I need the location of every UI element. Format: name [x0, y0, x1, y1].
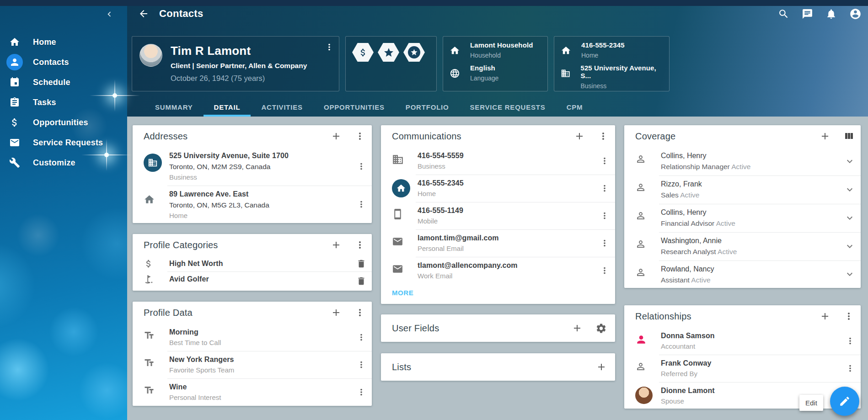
delete-category-button[interactable] — [356, 259, 366, 269]
tab-detail[interactable]: DETAIL — [204, 97, 251, 117]
communication-item[interactable]: 416-555-2345 Home — [381, 175, 615, 202]
profile-menu-button[interactable] — [324, 42, 334, 52]
language-row[interactable]: English Language — [450, 64, 541, 87]
delete-category-button[interactable] — [356, 276, 366, 286]
coverage-expand-button[interactable] — [844, 156, 855, 167]
communication-menu-button[interactable] — [600, 211, 610, 221]
card-title: Coverage — [635, 131, 820, 142]
tab-portfolio[interactable]: PORTFOLIO — [395, 97, 460, 117]
notifications-button[interactable] — [825, 8, 837, 20]
categories-menu-button[interactable] — [354, 239, 365, 250]
sidebar-item-tasks[interactable]: Tasks — [0, 92, 127, 112]
profile-data-item[interactable]: Wine Personal Interest — [133, 378, 372, 406]
add-user-field-button[interactable] — [572, 323, 583, 334]
sidebar-item-service-requests[interactable]: Service Requests — [0, 133, 127, 153]
coverage-item[interactable]: Collins, Henry Relationship Manager Acti… — [624, 147, 861, 175]
coverage-item[interactable]: Washington, Annie Research Analyst Activ… — [624, 232, 861, 261]
category-item[interactable]: Avid Golfer — [133, 271, 372, 291]
user-fields-settings-button[interactable] — [595, 323, 607, 334]
sidebar-item-contacts[interactable]: Contacts — [0, 52, 127, 72]
coverage-item[interactable]: Collins, Henry Financial Advisor Active — [624, 204, 861, 232]
chat-button[interactable] — [802, 8, 813, 20]
kebab-icon — [354, 239, 365, 250]
coverage-item[interactable]: Rizzo, Frank Sales Active — [624, 175, 861, 204]
relationship-name: Donna Samson — [661, 332, 839, 340]
profile-data-item[interactable]: Morning Best Time to Call — [133, 324, 372, 351]
relationship-menu-button[interactable] — [845, 336, 855, 346]
relationship-menu-button[interactable] — [845, 363, 855, 373]
add-address-button[interactable] — [331, 131, 342, 142]
relationship-item[interactable]: Donna Samson Accountant — [624, 327, 861, 355]
address-item[interactable]: 525 University Avenue, Suite 1700 Toront… — [133, 147, 372, 186]
coverage-expand-button[interactable] — [844, 184, 855, 195]
window-top-strip — [0, 0, 868, 6]
profile-data-menu-button[interactable] — [356, 387, 366, 397]
add-coverage-button[interactable] — [820, 131, 830, 142]
kebab-icon — [324, 42, 334, 52]
relationship-item[interactable]: Frank Conway Referred By — [624, 355, 861, 382]
edit-fab-button[interactable] — [830, 387, 859, 416]
add-relationship-button[interactable] — [820, 311, 830, 322]
person-outline-icon — [635, 154, 646, 165]
communication-item[interactable]: tlamont@allencompany.com Work Email — [381, 257, 615, 284]
address-line1: 89 Lawrence Ave. East — [169, 190, 350, 198]
add-category-button[interactable] — [331, 239, 342, 250]
address-menu-button[interactable] — [356, 161, 366, 171]
address-item[interactable]: 89 Lawrence Ave. East Toronto, ON, M5G 2… — [133, 186, 372, 223]
sidebar-item-home[interactable]: Home — [0, 32, 127, 52]
communications-menu-button[interactable] — [598, 131, 609, 142]
coverage-view-column-button[interactable] — [843, 131, 854, 142]
profile-data-item[interactable]: New York Rangers Favorite Sports Team — [133, 351, 372, 378]
back-button[interactable] — [138, 8, 149, 19]
globe-icon — [450, 68, 460, 79]
communication-menu-button[interactable] — [600, 266, 610, 276]
sidebar-collapse-button[interactable] — [104, 9, 114, 19]
coverage-expand-button[interactable] — [844, 213, 855, 223]
phone-row[interactable]: 416-555-2345 Home — [561, 41, 663, 64]
add-profile-data-button[interactable] — [331, 307, 342, 318]
tab-activities[interactable]: ACTIVITIES — [251, 97, 313, 117]
relationship-item[interactable]: Dionne Lamont Spouse — [624, 382, 861, 409]
text-fields-icon — [144, 385, 155, 396]
relationships-menu-button[interactable] — [843, 311, 854, 322]
sidebar-item-schedule[interactable]: Schedule — [0, 72, 127, 92]
household-row[interactable]: Lamont Household Household — [450, 41, 541, 64]
sidebar-item-customize[interactable]: Customize — [0, 153, 127, 173]
profile-data-menu-button[interactable] — [356, 360, 366, 370]
address-menu-button[interactable] — [356, 199, 366, 209]
addresses-menu-button[interactable] — [354, 131, 365, 142]
communication-item[interactable]: lamont.tim@gmail.com Personal Email — [381, 229, 615, 257]
profile-data-menu-button[interactable] — [354, 307, 365, 318]
add-list-button[interactable] — [596, 362, 607, 372]
communication-menu-button[interactable] — [600, 238, 610, 248]
tab-service-requests[interactable]: SERVICE REQUESTS — [460, 97, 556, 117]
sidebar-item-opportunities[interactable]: Opportunities — [0, 112, 127, 133]
category-item[interactable]: High Net Worth — [133, 256, 372, 271]
communication-item[interactable]: 416-555-1149 Mobile — [381, 202, 615, 229]
communication-label: Home — [418, 190, 593, 197]
coverage-item[interactable]: Rowland, Nancy Assistant Active — [624, 261, 861, 288]
address-row[interactable]: 525 University Avenue, S... Business — [561, 64, 663, 87]
tab-opportunities[interactable]: OPPORTUNITIES — [313, 97, 395, 117]
communication-value: tlamont@allencompany.com — [418, 261, 593, 270]
sidebar-item-label: Service Requests — [33, 138, 103, 148]
address-value: 525 University Avenue, S... — [580, 64, 663, 80]
addresses-card: Addresses 525 University Avenue, Suite 1… — [133, 125, 372, 223]
trash-icon — [356, 276, 366, 286]
coverage-expand-button[interactable] — [844, 269, 855, 280]
communications-more-button[interactable]: MORE — [392, 289, 413, 297]
coverage-expand-button[interactable] — [844, 241, 855, 252]
add-communication-button[interactable] — [574, 131, 585, 142]
household-label: Household — [470, 52, 533, 59]
communication-menu-button[interactable] — [600, 183, 610, 193]
tab-cpm[interactable]: CPM — [556, 97, 594, 117]
relationship-role: Accountant — [661, 342, 839, 350]
profile-avatar — [139, 44, 162, 67]
account-button[interactable] — [849, 8, 862, 20]
search-button[interactable] — [778, 8, 789, 20]
language-value: English — [470, 64, 498, 72]
communication-item[interactable]: 416-554-5559 Business — [381, 147, 615, 175]
communication-menu-button[interactable] — [600, 156, 610, 166]
tab-summary[interactable]: SUMMARY — [145, 97, 204, 117]
profile-data-menu-button[interactable] — [356, 332, 366, 342]
